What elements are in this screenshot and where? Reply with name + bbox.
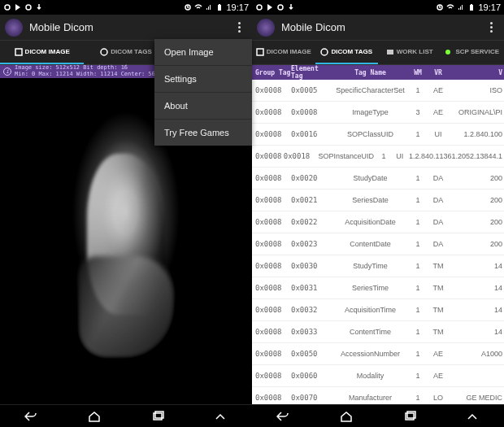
info-icon (320, 48, 328, 56)
table-row[interactable]: 0x00080x0033ContentTime1TM14 (252, 321, 504, 343)
menu-settings[interactable]: Settings (154, 66, 252, 93)
table-row[interactable]: 0x00080x0020StudyDate1DA200 (252, 168, 504, 190)
menu-try-free-games[interactable]: Try Free Games (154, 120, 252, 146)
col-header-wm: WM (409, 69, 427, 76)
table-row[interactable]: 0x00080x0008ImageType3AEORIGINAL\PI (252, 102, 504, 124)
battery-icon (467, 3, 476, 11)
cell-tagname: AcquisitionTime (332, 306, 409, 314)
nav-bar (0, 404, 252, 427)
table-row[interactable]: 0x00080x0050AccessionNumber1AEA1000 (252, 343, 504, 365)
menu-open-image[interactable]: Open Image (154, 39, 252, 66)
cell-element: 0x0030 (291, 262, 332, 270)
nav-home[interactable] (332, 409, 361, 424)
nav-recents[interactable] (395, 409, 424, 424)
cell-tagname: AcquisitionDate (332, 218, 409, 226)
tab-bar: DICOM IMAGE DICOM TAGS WORK LIST SCP SER… (252, 41, 504, 65)
table-row[interactable]: 0x00080x0070Manufacturer1LOGE MEDIC (252, 387, 504, 404)
table-row[interactable]: 0x00080x0022AcquisitionDate1DA200 (252, 211, 504, 233)
cell-wm: 1 (409, 196, 427, 204)
battery-icon (215, 3, 224, 11)
nav-bar (252, 404, 504, 427)
alarm-icon (436, 3, 444, 11)
menu-about[interactable]: About (154, 93, 252, 120)
cell-value: A1000 (450, 350, 504, 358)
cell-tagname: SeriesTime (332, 284, 409, 292)
table-row[interactable]: 0x00080x0016SOPClassUID1UI1.2.840.100 (252, 124, 504, 146)
svg-point-9 (257, 5, 262, 10)
cell-element: 0x0016 (291, 130, 332, 138)
cell-tagname: ImageType (332, 108, 409, 116)
svg-rect-4 (219, 4, 220, 5)
nav-menu[interactable] (206, 409, 235, 424)
overflow-button[interactable] (231, 20, 247, 36)
nav-menu[interactable] (458, 409, 487, 424)
tab-work-list[interactable]: WORK LIST (378, 41, 441, 64)
table-row[interactable]: 0x00080x0021SeriesDate1DA200 (252, 190, 504, 211)
cell-wm: 3 (409, 108, 427, 116)
download-icon (287, 3, 295, 11)
cell-wm: 1 (409, 174, 427, 182)
svg-point-0 (5, 5, 10, 10)
tab-label: SCP SERVICE (455, 48, 499, 55)
nav-back[interactable] (269, 409, 298, 424)
action-bar: Mobile Dicom (252, 15, 504, 41)
sync-icon (276, 3, 285, 11)
download-icon (35, 3, 43, 11)
cell-element: 0x0005 (291, 86, 332, 94)
cell-group: 0x0008 (252, 218, 291, 226)
app-title: Mobile Dicom (29, 21, 93, 33)
overflow-button[interactable] (483, 20, 499, 36)
table-row[interactable]: 0x00080x0060Modality1AE (252, 365, 504, 387)
cell-vr: TM (427, 328, 450, 336)
status-clock: 19:17 (226, 2, 249, 12)
table-row[interactable]: 0x00080x0030StudyTime1TM14 (252, 255, 504, 277)
cell-wm: 1 (409, 372, 427, 380)
table-body: 0x00080x0005SpecificCharacterSet1AEISO0x… (252, 80, 504, 404)
cell-wm: 1 (409, 306, 427, 314)
cell-vr: UI (427, 130, 450, 138)
cell-vr: AE (427, 372, 450, 380)
nav-home[interactable] (80, 409, 109, 424)
table-row[interactable]: 0x00080x0032AcquisitionTime1TM14 (252, 299, 504, 321)
cell-tagname: SOPInstanceUID (315, 152, 376, 160)
nav-recents[interactable] (143, 409, 172, 424)
table-row[interactable]: 0x00080x0005SpecificCharacterSet1AEISO (252, 80, 504, 102)
tab-dicom-image[interactable]: DICOM IMAGE (0, 41, 84, 64)
cell-value: 200 (450, 218, 504, 226)
cell-tagname: ContentDate (332, 240, 409, 248)
cell-vr: UI (391, 152, 409, 160)
table-row[interactable]: 0x00080x0018SOPInstanceUID1UI1.2.840.113… (252, 146, 504, 168)
nav-back[interactable] (17, 409, 46, 424)
image-icon (15, 48, 23, 56)
cell-group: 0x0008 (252, 262, 291, 270)
svg-rect-5 (15, 49, 22, 55)
cell-wm: 1 (409, 218, 427, 226)
cell-group: 0x0008 (252, 372, 291, 380)
tab-scp-service[interactable]: SCP SERVICE (441, 41, 505, 64)
cell-tagname: StudyTime (332, 262, 409, 270)
app-icon (257, 19, 275, 37)
cell-wm: 1 (409, 240, 427, 248)
dicom-tags-table[interactable]: Group Tag Element Tag Tag Name WM VR V 0… (252, 65, 504, 404)
notification-icon (255, 3, 263, 11)
cell-element: 0x0070 (291, 394, 332, 402)
cell-tagname: Manufacturer (332, 394, 409, 402)
table-row[interactable]: 0x00080x0031SeriesTime1TM14 (252, 277, 504, 299)
cell-element: 0x0032 (291, 306, 332, 314)
info-line2: Min: 0 Max: 11214 Width: 11214 Center: 5… (15, 72, 162, 78)
tab-dicom-image[interactable]: DICOM IMAGE (252, 41, 315, 64)
cell-group: 0x0008 (252, 130, 291, 138)
tab-dicom-tags[interactable]: DICOM TAGS (315, 41, 379, 64)
wifi-icon (446, 3, 454, 11)
status-clock: 19:17 (478, 2, 501, 12)
cell-wm: 1 (409, 262, 427, 270)
cell-vr: DA (427, 240, 450, 248)
cell-group: 0x0008 (252, 284, 291, 292)
table-row[interactable]: 0x00080x0023ContentDate1DA200 (252, 233, 504, 255)
svg-point-15 (321, 49, 328, 55)
cell-vr: LO (427, 394, 450, 402)
cell-element: 0x0033 (291, 328, 332, 336)
cell-element: 0x0050 (291, 350, 332, 358)
cell-tagname: ContentTime (332, 328, 409, 336)
cell-value: 14 (450, 328, 504, 336)
